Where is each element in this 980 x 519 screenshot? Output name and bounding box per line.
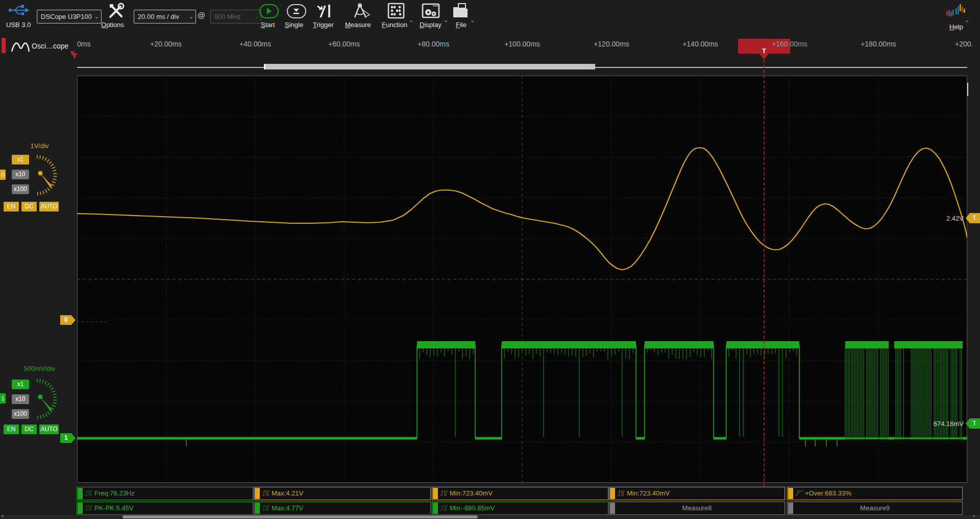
- overshoot-icon: [795, 490, 804, 497]
- chevron-down-icon: ⌄: [470, 17, 475, 23]
- zero-time-marker: [72, 53, 77, 59]
- channel0-probe-x1[interactable]: x1: [12, 155, 29, 164]
- channel1-trigger-flag[interactable]: T: [966, 418, 980, 429]
- ruler-label: +120.00ms: [581, 40, 642, 48]
- at-label: @: [198, 11, 205, 19]
- channel0-edge-tab[interactable]: 0: [0, 170, 6, 180]
- usb-version-label: USB 3.0: [6, 21, 31, 29]
- options-icon[interactable]: [107, 3, 125, 19]
- trigger-cursor-line[interactable]: [764, 60, 765, 487]
- channel0-coupling-button[interactable]: DC: [21, 202, 37, 211]
- trigger-label[interactable]: Trigger: [313, 21, 334, 29]
- channel1-probe-x10[interactable]: x10: [12, 394, 29, 404]
- chevron-down-icon: ⌄: [189, 10, 193, 23]
- single-button[interactable]: [287, 4, 306, 18]
- ruler-label: +60.00ms: [313, 40, 375, 48]
- ruler-label: +40.00ms: [225, 40, 286, 48]
- measure-value: +Over:683.33%: [805, 487, 851, 500]
- ruler-label: +200.: [955, 40, 980, 48]
- measure-label[interactable]: Measure: [345, 21, 371, 29]
- measure-value: Max:4.21V: [272, 487, 303, 500]
- channel1-vdiv-knob[interactable]: [29, 376, 60, 422]
- waveform-plot[interactable]: [77, 76, 967, 483]
- channel1-enable-button[interactable]: EN: [4, 424, 19, 434]
- scroll-left-icon[interactable]: ‹: [2, 512, 4, 519]
- measure-panel[interactable]: Measure9: [787, 502, 963, 515]
- channel0-enable-button[interactable]: EN: [4, 202, 19, 211]
- channel1-coupling-button[interactable]: DC: [21, 424, 37, 434]
- start-button[interactable]: [259, 4, 279, 18]
- top-scrollbar-thumb[interactable]: [264, 64, 595, 69]
- measure-panel[interactable]: Max:4.77V: [254, 502, 431, 515]
- help-label[interactable]: Help: [949, 23, 963, 31]
- measure-color-tab: [788, 488, 793, 499]
- channel1-auto-button[interactable]: AUTO: [39, 424, 59, 434]
- measure-panel[interactable]: PK-PK:5.45V: [77, 502, 253, 515]
- scope-canvas: [77, 76, 967, 483]
- pulse-icon: [440, 490, 449, 497]
- measure-value: Min:723.40mV: [627, 487, 670, 500]
- pulse-icon: [262, 490, 271, 497]
- scroll-right-icon[interactable]: ›: [973, 512, 975, 519]
- channel0-probe-x100[interactable]: x100: [12, 184, 29, 194]
- measure-panel[interactable]: Min:-680.85mV: [432, 502, 608, 515]
- measure-color-tab: [433, 503, 438, 514]
- measure-panel[interactable]: Measure8: [609, 502, 785, 515]
- channel1-edge-tab[interactable]: 1: [0, 393, 6, 404]
- measure-panel[interactable]: Min:723.40mV: [609, 487, 785, 500]
- timebase-select[interactable]: 20.00 ms / div ⌄: [134, 10, 196, 23]
- measure-value: Min:723.40mV: [450, 487, 493, 500]
- measure-value: Measure8: [609, 502, 785, 514]
- measure-color-tab: [78, 503, 83, 514]
- measure-icon[interactable]: [351, 3, 372, 19]
- ruler-label: +140.00ms: [670, 40, 731, 48]
- measure-color-tab: [78, 488, 83, 499]
- bottom-scrollbar-thumb[interactable]: [122, 515, 478, 518]
- measure-panel[interactable]: Min:723.40mV: [432, 487, 608, 500]
- single-label[interactable]: Single: [285, 21, 303, 29]
- single-capture-icon: [288, 5, 305, 17]
- measure-color-tab: [433, 488, 438, 499]
- chevron-down-icon: ⌄: [444, 17, 448, 23]
- channel0-auto-button[interactable]: AUTO: [39, 202, 59, 211]
- measure-panel[interactable]: +Over:683.33%: [787, 487, 963, 500]
- pulse-icon: [262, 505, 271, 511]
- function-label[interactable]: Function: [382, 21, 407, 29]
- toolbar: USB 3.0 DSCope U3P100 ⌄ Options 20.00 ms…: [0, 0, 980, 31]
- options-button[interactable]: Options: [101, 21, 124, 29]
- play-icon: [260, 5, 277, 17]
- channel0-vdiv-knob[interactable]: [29, 152, 60, 198]
- chevron-down-icon: ⌄: [94, 10, 99, 23]
- ruler-label: +160.00ms: [759, 40, 820, 48]
- channel1-probe-x1[interactable]: x1: [12, 380, 29, 389]
- channel0-probe-x10[interactable]: x10: [12, 170, 29, 179]
- channel0-trigger-flag[interactable]: T: [966, 213, 980, 223]
- file-label[interactable]: File: [456, 21, 467, 29]
- channel0-position-flag[interactable]: 0: [60, 315, 76, 325]
- file-icon[interactable]: [451, 3, 470, 19]
- measure-color-tab: [610, 488, 615, 499]
- chevron-down-icon: ⌄: [965, 17, 969, 23]
- measure-panel[interactable]: Freq:76.23Hz: [77, 487, 253, 500]
- channel1-position-flag[interactable]: 1: [60, 433, 76, 443]
- measure-color-tab: [255, 503, 260, 514]
- trigger-icon[interactable]: [315, 3, 336, 19]
- device-select[interactable]: DSCope U3P100 ⌄: [37, 10, 102, 23]
- pulse-icon: [85, 490, 93, 497]
- pulse-icon: [617, 490, 626, 497]
- samplerate-select: 500 MHz ⌄: [210, 10, 261, 23]
- display-label[interactable]: Display: [420, 21, 442, 29]
- ruler-label: +180.00ms: [848, 40, 909, 48]
- ruler-label: +20.00ms: [135, 40, 197, 48]
- pulse-icon: [440, 505, 449, 511]
- ruler-label: +80.00ms: [403, 40, 464, 48]
- pulse-icon: [85, 505, 93, 511]
- measure-panel[interactable]: Max:4.21V: [254, 487, 431, 500]
- function-icon[interactable]: [387, 3, 405, 19]
- channel1-probe-x100[interactable]: x100: [12, 409, 29, 419]
- measure-color-tab: [255, 488, 260, 499]
- display-icon[interactable]: [422, 3, 440, 19]
- measure-value: PK-PK:5.45V: [94, 502, 134, 514]
- channel1-scale-label: 500mV/div: [13, 365, 66, 372]
- start-label[interactable]: Start: [261, 21, 275, 29]
